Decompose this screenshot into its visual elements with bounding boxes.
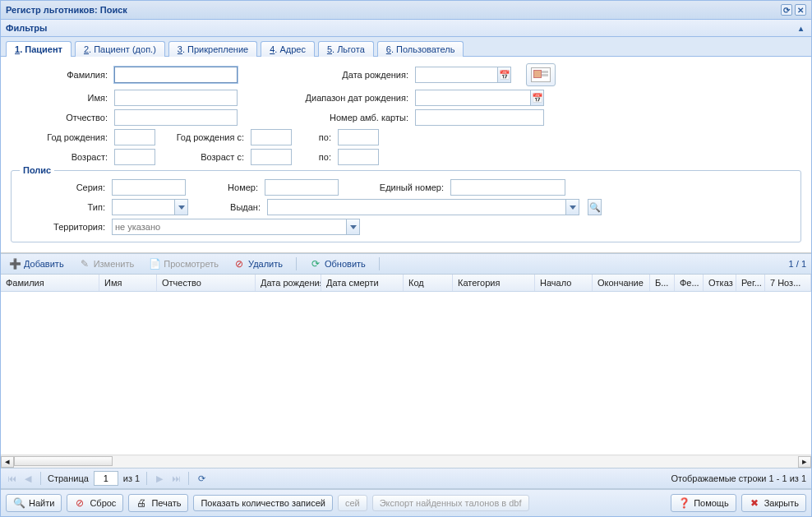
birthdate-label: Дата рождения: — [244, 70, 408, 80]
birthyear-input[interactable] — [114, 129, 155, 145]
close-window-icon[interactable]: ✕ — [795, 4, 806, 16]
col-fe[interactable]: Фе... — [675, 275, 704, 291]
delete-icon: ⊘ — [233, 258, 245, 270]
tab-benefit[interactable]: 5. Льгота — [318, 41, 374, 57]
button-bar: 🔍Найти ⊘Сброс 🖨Печать Показать количеств… — [1, 489, 811, 516]
tabs: 1. Пациент 2. Пациент (доп.) 3. Прикрепл… — [1, 37, 811, 57]
plus-icon: ➕ — [9, 258, 21, 270]
delete-button[interactable]: ⊘Удалить — [230, 256, 286, 271]
reset-button[interactable]: ⊘Сброс — [67, 494, 123, 512]
polis-number-input[interactable] — [265, 179, 339, 196]
photo-icon — [531, 67, 551, 82]
patronymic-input[interactable] — [114, 109, 238, 126]
col-b[interactable]: Б... — [650, 275, 675, 291]
printer-icon: 🖨 — [136, 497, 147, 509]
age-input[interactable] — [114, 149, 155, 165]
view-button[interactable]: 📄Просмотреть — [145, 256, 222, 271]
polis-issued-input[interactable] — [267, 199, 565, 215]
calendar-icon[interactable]: 📅 — [497, 67, 511, 83]
birthyear-to-input[interactable] — [338, 129, 379, 145]
age-from-input[interactable] — [251, 149, 292, 165]
refresh-page-icon[interactable]: ⟳ — [196, 473, 207, 484]
lastname-label: Фамилия: — [11, 70, 108, 80]
polis-fieldset: Полис Серия: Номер: Единый номер: Тип: В… — [11, 170, 801, 242]
pager-status: Отображаемые строки 1 - 1 из 1 — [671, 473, 806, 483]
age-to-input[interactable] — [338, 149, 379, 165]
polis-territory-input[interactable] — [112, 219, 346, 235]
polis-series-input[interactable] — [112, 179, 186, 196]
col-lastname[interactable]: Фамилия — [1, 275, 99, 291]
add-button[interactable]: ➕Добавить — [6, 256, 67, 271]
close-button[interactable]: ✖Закрыть — [741, 494, 806, 512]
close-icon: ✖ — [749, 497, 760, 509]
refresh-window-icon[interactable]: ⟳ — [781, 4, 792, 16]
grid-header: Фамилия Имя Отчество Дата рождения Дата … — [1, 275, 811, 292]
col-end[interactable]: Окончание — [593, 275, 650, 291]
search-icon[interactable]: 🔍 — [588, 199, 602, 215]
scroll-right-icon[interactable]: ▸ — [798, 456, 811, 468]
scroll-thumb[interactable] — [14, 456, 113, 466]
tab-address[interactable]: 4. Адрес — [261, 41, 315, 57]
tab-user[interactable]: 6. Пользователь — [377, 41, 464, 57]
filter-form: Фамилия: Дата рождения: 📅 Имя: Диапазон … — [1, 57, 811, 253]
help-button[interactable]: ❓Помощь — [671, 494, 736, 512]
birthdate-range-label: Диапазон дат рождения: — [244, 93, 408, 103]
show-count-button[interactable]: Показать количество записей — [193, 495, 333, 511]
find-button[interactable]: 🔍Найти — [6, 494, 62, 512]
chevron-down-icon[interactable] — [565, 199, 579, 215]
record-counter: 1 / 1 — [789, 259, 806, 269]
scroll-left-icon[interactable]: ◂ — [1, 456, 14, 468]
polis-type-label: Тип: — [20, 202, 105, 212]
chevron-down-icon[interactable] — [174, 199, 188, 215]
polis-issued-label: Выдан: — [195, 202, 261, 212]
pencil-icon: ✎ — [79, 258, 90, 270]
document-icon: 📄 — [149, 258, 160, 270]
chevron-down-icon[interactable] — [346, 219, 360, 235]
window-title: Регистр льготников: Поиск — [6, 5, 127, 15]
polis-unified-input[interactable] — [450, 179, 565, 196]
sei-button: сей — [338, 495, 367, 511]
first-page-icon[interactable]: ⏮ — [6, 473, 17, 484]
col-reg[interactable]: Рег... — [736, 275, 765, 291]
col-patronymic[interactable]: Отчество — [157, 275, 256, 291]
prev-page-icon[interactable]: ◀ — [22, 473, 34, 484]
page-of: из 1 — [123, 473, 140, 483]
col-7noz[interactable]: 7 Ноз... — [765, 275, 811, 291]
next-page-icon[interactable]: ▶ — [154, 473, 165, 484]
patronymic-label: Отчество: — [11, 113, 108, 122]
scroll-track[interactable] — [14, 456, 798, 468]
refresh-button[interactable]: ⟳Обновить — [307, 256, 369, 271]
col-firstname[interactable]: Имя — [99, 275, 157, 291]
tab-patient-extra[interactable]: 2. Пациент (доп.) — [75, 41, 165, 57]
tab-attachment[interactable]: 3. Прикрепление — [168, 41, 257, 57]
print-button[interactable]: 🖨Печать — [128, 494, 188, 512]
polis-type-input[interactable] — [112, 199, 174, 215]
collapse-filters-icon[interactable]: ▴ — [795, 22, 806, 34]
firstname-input[interactable] — [114, 90, 238, 106]
reset-icon: ⊘ — [74, 497, 85, 509]
birthyear-from-label: Год рождения с: — [162, 132, 244, 142]
col-code[interactable]: Код — [404, 275, 453, 291]
grid-body[interactable] — [1, 292, 811, 455]
photo-button[interactable] — [526, 63, 556, 86]
polis-unified-label: Единый номер: — [345, 182, 444, 192]
col-category[interactable]: Категория — [453, 275, 535, 291]
birthyear-label: Год рождения: — [11, 132, 108, 142]
col-refusal[interactable]: Отказ — [704, 275, 736, 291]
export-button: Экспорт найденных талонов в dbf — [372, 495, 529, 511]
edit-button[interactable]: ✎Изменить — [76, 256, 138, 271]
birthyear-from-input[interactable] — [251, 129, 292, 145]
tab-patient[interactable]: 1. Пациент — [6, 41, 72, 57]
col-start[interactable]: Начало — [535, 275, 593, 291]
col-birthdate[interactable]: Дата рождения — [256, 275, 321, 291]
birthdate-input[interactable] — [415, 67, 497, 83]
polis-legend: Полис — [20, 165, 54, 175]
lastname-input[interactable] — [114, 67, 238, 83]
calendar-icon[interactable]: 📅 — [530, 90, 544, 106]
page-input[interactable] — [94, 471, 118, 486]
search-icon: 🔍 — [13, 497, 25, 509]
amb-no-input[interactable] — [415, 109, 544, 126]
col-deathdate[interactable]: Дата смерти — [321, 275, 404, 291]
last-page-icon[interactable]: ⏭ — [170, 473, 182, 484]
birthdate-range-input[interactable] — [415, 90, 530, 106]
